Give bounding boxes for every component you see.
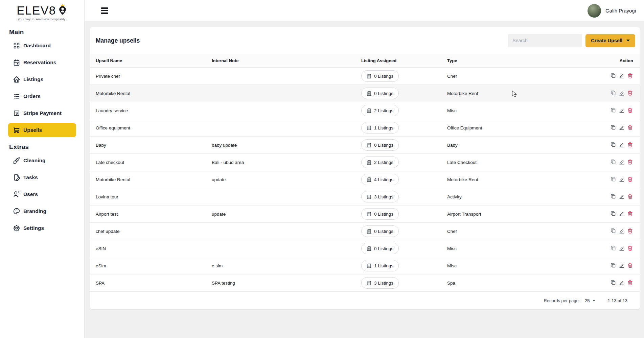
sidebar-item-cleaning[interactable]: Cleaning bbox=[8, 153, 76, 168]
listings-badge-label: 3 Listings bbox=[374, 281, 393, 286]
svg-text:S: S bbox=[16, 112, 18, 115]
copy-icon bbox=[610, 211, 616, 218]
avatar[interactable] bbox=[588, 4, 601, 18]
delete-button[interactable] bbox=[627, 159, 633, 166]
building-icon bbox=[367, 143, 372, 148]
sidebar-item-upsells[interactable]: Upsells bbox=[8, 123, 76, 137]
listings-badge[interactable]: 0 Listings bbox=[361, 70, 399, 82]
sidebar-item-orders[interactable]: Orders bbox=[8, 89, 76, 103]
delete-button[interactable] bbox=[627, 107, 633, 114]
create-upsell-button[interactable]: Create Upsell bbox=[585, 34, 635, 47]
delete-button[interactable] bbox=[627, 176, 633, 183]
delete-button[interactable] bbox=[627, 228, 633, 235]
duplicate-button[interactable] bbox=[610, 176, 616, 183]
trash-icon bbox=[627, 228, 633, 235]
edit-icon bbox=[619, 193, 625, 200]
sidebar-item-stripe-payment[interactable]: SStripe Payment bbox=[8, 106, 76, 120]
listings-badge[interactable]: 1 Listings bbox=[361, 122, 399, 134]
listings-badge[interactable]: 1 Listings bbox=[361, 260, 399, 271]
building-icon bbox=[367, 74, 372, 79]
edit-icon bbox=[619, 280, 625, 287]
records-per-page-select[interactable]: 25 bbox=[584, 298, 595, 303]
delete-button[interactable] bbox=[627, 193, 633, 200]
create-upsell-label: Create Upsell bbox=[591, 38, 622, 43]
upsell-name-cell: Office equipment bbox=[96, 125, 212, 130]
listings-badge[interactable]: 0 Listings bbox=[361, 208, 399, 220]
edit-button[interactable] bbox=[619, 193, 625, 200]
duplicate-button[interactable] bbox=[610, 73, 616, 80]
listings-badge[interactable]: 0 Listings bbox=[361, 139, 399, 151]
duplicate-button[interactable] bbox=[610, 142, 616, 149]
duplicate-button[interactable] bbox=[610, 245, 616, 252]
duplicate-button[interactable] bbox=[610, 280, 616, 287]
edit-button[interactable] bbox=[619, 142, 625, 149]
edit-button[interactable] bbox=[619, 245, 625, 252]
duplicate-button[interactable] bbox=[610, 193, 616, 200]
duplicate-button[interactable] bbox=[610, 262, 616, 269]
trash-icon bbox=[627, 107, 633, 114]
listings-badge-label: 0 Listings bbox=[374, 74, 393, 79]
app-root: ELEV8 your key to seamless hospitality. … bbox=[0, 0, 644, 338]
edit-button[interactable] bbox=[619, 90, 625, 97]
edit-button[interactable] bbox=[619, 228, 625, 235]
delete-button[interactable] bbox=[627, 90, 633, 97]
table-row: SPASPA testing3 ListingsSpa bbox=[90, 274, 640, 292]
type-cell: Misc bbox=[447, 263, 589, 268]
sidebar-item-branding[interactable]: Branding bbox=[8, 204, 76, 218]
listings-badge[interactable]: 2 Listings bbox=[361, 105, 399, 116]
listings-badge[interactable]: 3 Listings bbox=[361, 191, 399, 202]
duplicate-button[interactable] bbox=[610, 211, 616, 218]
user-menu[interactable]: Galih Prayogi bbox=[588, 4, 636, 18]
edit-button[interactable] bbox=[619, 280, 625, 287]
edit-button[interactable] bbox=[619, 211, 625, 218]
delete-button[interactable] bbox=[627, 245, 633, 252]
sidebar-item-users[interactable]: Users bbox=[8, 187, 76, 201]
brand-logo: ELEV8 your key to seamless hospitality. bbox=[0, 0, 84, 22]
sidebar-item-settings[interactable]: Settings bbox=[8, 221, 76, 235]
delete-button[interactable] bbox=[627, 262, 633, 269]
listings-badge[interactable]: 2 Listings bbox=[361, 156, 399, 168]
delete-button[interactable] bbox=[627, 211, 633, 218]
building-icon bbox=[367, 91, 372, 96]
edit-button[interactable] bbox=[619, 159, 625, 166]
edit-button[interactable] bbox=[619, 176, 625, 183]
actions-cell bbox=[610, 228, 633, 235]
search-input[interactable] bbox=[508, 34, 582, 47]
duplicate-button[interactable] bbox=[610, 159, 616, 166]
listing-assigned-cell: 0 Listings bbox=[361, 225, 447, 237]
listings-badge[interactable]: 4 Listings bbox=[361, 174, 399, 185]
delete-button[interactable] bbox=[627, 124, 633, 131]
sidebar-item-tasks[interactable]: Tasks bbox=[8, 170, 76, 185]
edit-button[interactable] bbox=[619, 73, 625, 80]
listings-badge[interactable]: 3 Listings bbox=[361, 277, 399, 289]
duplicate-button[interactable] bbox=[610, 124, 616, 131]
listing-assigned-cell: 0 Listings bbox=[361, 243, 447, 254]
table-row: Laundry service2 ListingsMisc bbox=[90, 102, 640, 119]
delete-button[interactable] bbox=[627, 280, 633, 287]
edit-button[interactable] bbox=[619, 107, 625, 114]
edit-button[interactable] bbox=[619, 262, 625, 269]
delete-button[interactable] bbox=[627, 142, 633, 149]
trash-icon bbox=[627, 159, 633, 166]
duplicate-button[interactable] bbox=[610, 228, 616, 235]
listings-badge[interactable]: 0 Listings bbox=[361, 225, 399, 237]
sidebar-item-label: Cleaning bbox=[23, 158, 45, 164]
sidebar-item-dashboard[interactable]: Dashboard bbox=[8, 39, 76, 53]
sidebar-item-listings[interactable]: Listings bbox=[8, 72, 76, 87]
listings-badge[interactable]: 0 Listings bbox=[361, 243, 399, 254]
menu-button[interactable] bbox=[100, 6, 110, 15]
listings-badge[interactable]: 0 Listings bbox=[361, 88, 399, 99]
type-cell: Airport Transport bbox=[447, 212, 589, 217]
upsell-name-cell: Airport test bbox=[96, 212, 212, 217]
type-cell: Misc bbox=[447, 108, 589, 113]
duplicate-button[interactable] bbox=[610, 90, 616, 97]
sidebar-item-reservations[interactable]: Reservations bbox=[8, 55, 76, 70]
sidebar-item-label: Reservations bbox=[23, 59, 56, 66]
duplicate-button[interactable] bbox=[610, 107, 616, 114]
actions-cell bbox=[610, 211, 633, 218]
type-cell: Office Equipment bbox=[447, 125, 589, 130]
edit-icon bbox=[619, 211, 625, 218]
edit-button[interactable] bbox=[619, 124, 625, 131]
upsell-name-cell: chef update bbox=[96, 229, 212, 234]
delete-button[interactable] bbox=[627, 73, 633, 80]
